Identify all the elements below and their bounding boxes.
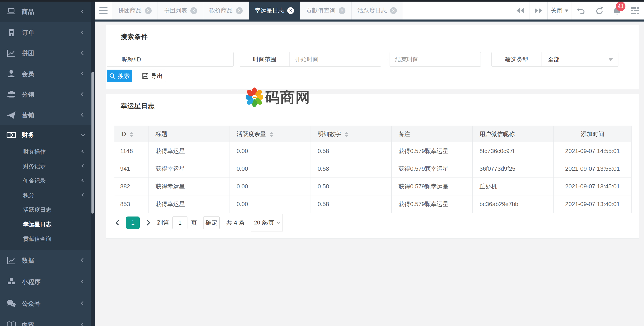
scroll-tabs-left-button[interactable] (511, 2, 529, 20)
sidebar-item-members[interactable]: 会员 (0, 64, 94, 84)
sidebar-scrollbar-track (91, 2, 94, 326)
sort-icon[interactable] (130, 132, 133, 137)
sidebar-subitem-points[interactable]: 积分 (0, 188, 94, 203)
export-button[interactable]: 导出 (139, 70, 166, 82)
time-range-group: 时间范围 (240, 52, 381, 67)
total-count-label: 共 4 条 (226, 219, 245, 227)
close-tab-icon[interactable]: × (236, 7, 243, 14)
money-icon (6, 130, 16, 139)
sidebar-item-data[interactable]: 数据 (0, 250, 94, 271)
sidebar-item-label: 公众号 (22, 299, 41, 308)
cell-id: 882 (114, 178, 149, 195)
chart-line-icon (6, 256, 16, 265)
sidebar-item-label: 财务 (22, 131, 34, 139)
sidebar-subitem-commission-records[interactable]: 佣金记录 (0, 174, 94, 188)
close-tab-icon[interactable]: × (145, 7, 152, 14)
filter-type-group: 筛选类型 全部 (492, 52, 618, 67)
sidebar-subitem-finance-records[interactable]: 财务记录 (0, 159, 94, 174)
nickname-input[interactable] (156, 52, 234, 66)
wechat-icon (6, 299, 16, 308)
subitem-label: 积分 (23, 192, 34, 199)
sidebar-item-marketing[interactable]: 营销 (0, 105, 94, 125)
scroll-tabs-right-button[interactable] (529, 2, 547, 20)
sidebar-item-label: 商品 (22, 8, 34, 16)
refresh-button[interactable] (590, 2, 608, 20)
cell-id: 941 (114, 160, 149, 178)
nickname-label: 昵称/ID (107, 52, 156, 66)
close-tab-icon[interactable]: × (190, 7, 197, 14)
chevron-left-icon (81, 322, 85, 326)
close-tab-icon[interactable]: × (339, 7, 346, 14)
log-table: ID 标题 活跃度余量 明细数字 备注 用户微信昵称 添加时间 1148 获得幸… (114, 126, 632, 213)
book-icon (6, 320, 16, 326)
cell-title: 获得幸运星 (149, 142, 230, 160)
cell-activity-balance: 0.00 (230, 142, 311, 160)
tab-groupbuy-goods[interactable]: 拼团商品 × (112, 2, 158, 20)
sidebar-subitem-contribution-query[interactable]: 贡献值查询 (0, 231, 94, 246)
close-tab-icon[interactable]: × (390, 7, 397, 14)
sidebar-item-miniprogram[interactable]: 小程序 (0, 271, 94, 293)
caret-down-icon (565, 10, 568, 12)
prev-page-button[interactable] (116, 220, 121, 225)
sidebar-item-official-account[interactable]: 公众号 (0, 293, 94, 314)
notifications-button[interactable]: 41 (608, 2, 626, 20)
tab-contribution-query[interactable]: 贡献值查询 × (300, 2, 352, 20)
tab-luckystar-log[interactable]: 幸运星日志 × (249, 2, 300, 20)
sidebar-item-goods[interactable]: 商品 (0, 2, 94, 22)
page-size-select[interactable]: 20 条/页 (251, 214, 283, 231)
subitem-label: 佣金记录 (23, 177, 46, 185)
tab-activity-log[interactable]: 活跃度日志 × (352, 2, 403, 20)
subitem-label: 活跃度日志 (23, 206, 52, 214)
col-header-remark: 备注 (392, 126, 473, 142)
close-tabs-dropdown-button[interactable]: 关闭 (547, 2, 572, 20)
search-panel-title: 搜索条件 (121, 32, 148, 42)
tab-groupbuy-list[interactable]: 拼团列表 × (158, 2, 203, 20)
col-header-id[interactable]: ID (114, 126, 149, 142)
start-time-input[interactable] (290, 52, 381, 66)
chevron-left-icon (81, 71, 85, 76)
end-time-input[interactable] (390, 52, 481, 67)
sidebar-scrollbar-thumb[interactable] (92, 72, 94, 214)
sidebar-subitem-finance-ops[interactable]: 财务操作 (0, 144, 94, 159)
cell-id: 1148 (114, 142, 149, 160)
search-icon (109, 73, 116, 79)
search-button[interactable]: 搜索 (106, 70, 132, 82)
sidebar-subitem-luckystar-log[interactable]: 幸运星日志 (0, 217, 94, 231)
sidebar-item-groupbuy[interactable]: 拼团 (0, 43, 94, 64)
chevron-left-icon (81, 258, 85, 262)
sidebar-subitem-activity-log[interactable]: 活跃度日志 (0, 203, 94, 217)
filter-type-select[interactable]: 全部 (542, 52, 618, 66)
goto-page-input[interactable] (172, 217, 188, 229)
cell-add-time: 2021-09-07 13:40:01 (554, 195, 632, 213)
hamburger-icon (99, 7, 108, 9)
task-list-button[interactable] (626, 2, 644, 20)
col-header-activity-balance[interactable]: 活跃度余量 (230, 126, 311, 142)
table-row: 1148 获得幸运星 0.00 0.58 获得0.579颗幸运星 8fc736c… (114, 142, 632, 160)
sort-icon[interactable] (345, 132, 348, 137)
sidebar-item-orders[interactable]: 订单 (0, 22, 94, 43)
col-header-detail-number[interactable]: 明细数字 (311, 126, 392, 142)
sidebar-item-content[interactable]: 内容 (0, 314, 94, 326)
cell-detail-number: 0.58 (311, 160, 392, 178)
tab-bargain-goods[interactable]: 砍价商品 × (203, 2, 249, 20)
menu-toggle-button[interactable] (94, 2, 112, 20)
next-page-button[interactable] (145, 220, 150, 225)
chevron-left-icon (82, 193, 85, 197)
subitem-label: 财务记录 (23, 162, 46, 170)
cell-wechat-nickname: 丘处机 (473, 178, 554, 195)
sidebar-item-finance[interactable]: 财务 (0, 125, 94, 144)
sidebar-item-distribution[interactable]: 分销 (0, 84, 94, 105)
sort-icon[interactable] (270, 132, 273, 137)
back-button[interactable] (572, 2, 590, 20)
time-range-label: 时间范围 (240, 52, 290, 66)
current-page-button[interactable]: 1 (126, 217, 140, 229)
goto-confirm-button[interactable]: 确定 (203, 217, 220, 229)
chevron-left-icon (82, 164, 85, 168)
chevron-left-icon (82, 179, 85, 182)
close-tab-icon[interactable]: × (287, 7, 294, 14)
nickname-input-group: 昵称/ID (106, 52, 234, 67)
sidebar-item-label: 小程序 (22, 278, 41, 286)
tab-label: 幸运星日志 (255, 7, 284, 15)
col-header-add-time: 添加时间 (554, 126, 632, 142)
paper-plane-icon (6, 111, 16, 120)
